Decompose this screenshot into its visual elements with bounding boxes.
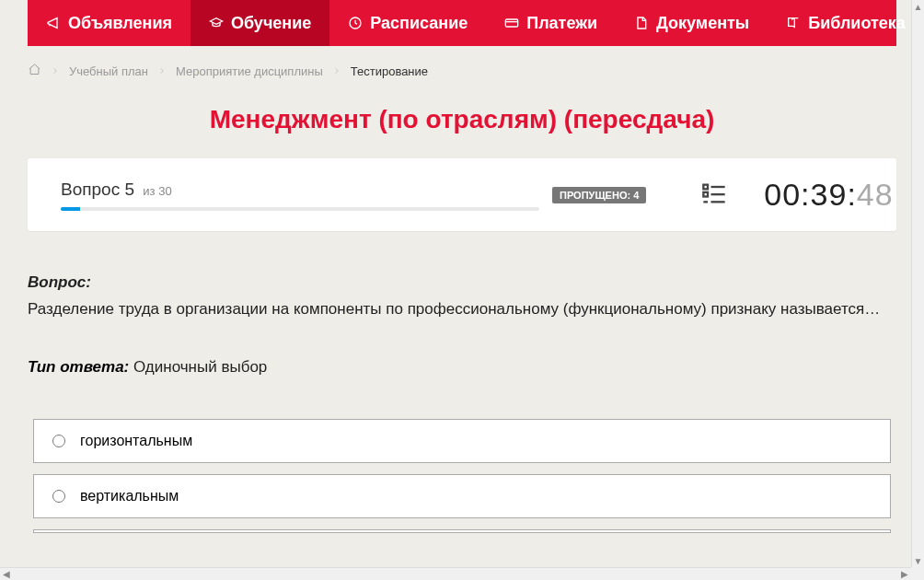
answer-option[interactable]: горизонтальным	[33, 419, 891, 463]
vertical-scrollbar[interactable]: ▲ ▼	[911, 0, 924, 567]
answer-option-partial[interactable]	[33, 529, 891, 533]
answer-label: горизонтальным	[80, 433, 192, 449]
nav-label: Библиотека	[808, 14, 906, 33]
question-heading: Вопрос:	[28, 273, 896, 292]
scroll-track[interactable]	[13, 568, 898, 580]
answer-label: вертикальным	[80, 488, 179, 505]
nav-label: Платежи	[526, 14, 597, 33]
horizontal-scrollbar[interactable]: ◀ ▶	[0, 567, 911, 580]
scroll-thumb[interactable]	[912, 13, 924, 554]
nav-announcements[interactable]: Объявления	[28, 0, 191, 46]
nav-label: Расписание	[370, 14, 468, 33]
timer-seconds: 48	[857, 177, 894, 212]
chevron-right-icon	[51, 64, 60, 78]
progress-bar	[61, 207, 539, 211]
question-prefix: Вопрос	[61, 180, 120, 199]
chevron-right-icon	[157, 64, 167, 78]
answer-radio[interactable]	[52, 490, 65, 503]
nav-label: Документы	[656, 14, 749, 33]
nav-library[interactable]: Библиотека	[768, 0, 924, 46]
file-icon	[634, 16, 649, 30]
nav-label: Объявления	[68, 14, 172, 33]
question-total: 30	[158, 184, 171, 198]
scroll-corner	[911, 567, 924, 580]
breadcrumb-study-plan[interactable]: Учебный план	[69, 64, 148, 78]
home-icon[interactable]	[28, 63, 41, 79]
answer-type-label: Тип ответа:	[28, 358, 129, 376]
nav-documents[interactable]: Документы	[616, 0, 768, 46]
graduation-cap-icon	[209, 16, 224, 30]
question-counter: Вопрос 5 из 30	[61, 180, 172, 199]
timer-main: 00:39:	[764, 177, 857, 212]
megaphone-icon	[46, 16, 61, 30]
answers-list: горизонтальным вертикальным	[28, 419, 896, 533]
status-card: Вопрос 5 из 30 ПРОПУЩЕНО: 4	[28, 158, 896, 231]
scroll-down-icon[interactable]: ▼	[912, 554, 924, 567]
question-number: 5	[124, 180, 134, 199]
progress-fill	[61, 207, 80, 211]
scroll-up-icon[interactable]: ▲	[912, 0, 924, 13]
nav-education[interactable]: Обучение	[191, 0, 329, 46]
question-block: Вопрос: Разделение труда в организации н…	[28, 273, 896, 533]
answer-type-value: Одиночный выбор	[133, 358, 267, 376]
chevron-right-icon	[332, 64, 341, 78]
nav-schedule[interactable]: Расписание	[329, 0, 486, 46]
breadcrumb: Учебный план Мероприятие дисциплины Тест…	[28, 46, 896, 88]
answer-type-row: Тип ответа: Одиночный выбор	[28, 358, 896, 377]
skipped-badge[interactable]: ПРОПУЩЕНО: 4	[552, 187, 646, 203]
page-title: Менеджмент (по отраслям) (пересдача)	[28, 105, 896, 134]
breadcrumb-discipline-event[interactable]: Мероприятие дисциплины	[176, 64, 323, 78]
main-nav: Объявления Обучение Расписание Платежи	[28, 0, 896, 46]
nav-label: Обучение	[231, 14, 311, 33]
svg-rect-3	[704, 191, 709, 196]
scroll-right-icon[interactable]: ▶	[898, 568, 911, 581]
book-icon	[786, 16, 801, 30]
of-word: из	[143, 184, 155, 198]
card-icon	[504, 16, 519, 30]
clock-icon	[348, 16, 363, 30]
question-list-icon[interactable]	[701, 180, 727, 210]
breadcrumb-current: Тестирование	[351, 64, 428, 78]
nav-payments[interactable]: Платежи	[486, 0, 616, 46]
svg-rect-1	[506, 19, 518, 27]
question-text: Разделение труда в организации на компон…	[28, 297, 896, 321]
answer-radio[interactable]	[52, 435, 65, 447]
timer: 00:39:48	[764, 177, 893, 213]
svg-rect-2	[704, 184, 709, 189]
scroll-left-icon[interactable]: ◀	[0, 568, 13, 581]
answer-option[interactable]: вертикальным	[33, 474, 891, 518]
